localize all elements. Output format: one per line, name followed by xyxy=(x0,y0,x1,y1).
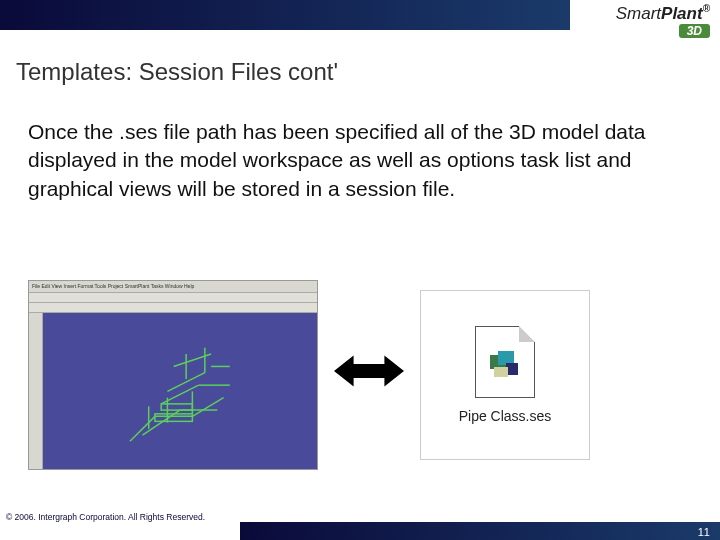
file-inner-graphic xyxy=(488,349,524,381)
svg-rect-16 xyxy=(161,403,192,409)
brand-logo: SmartPlant® 3D xyxy=(616,4,710,38)
header-accent-bar xyxy=(0,0,570,30)
file-fold-corner xyxy=(519,326,535,342)
session-file-label: Pipe Class.ses xyxy=(459,408,552,424)
brand-name-light: Smart xyxy=(616,4,661,23)
session-file-icon-box: Pipe Class.ses xyxy=(420,290,590,460)
thumb-3d-model xyxy=(84,329,276,454)
brand-name-bold: Plant xyxy=(661,4,703,23)
copyright-text: © 2006. Intergraph Corporation. All Righ… xyxy=(6,512,205,522)
thumb-toolbar xyxy=(29,293,317,303)
thumb-body xyxy=(29,313,317,469)
illustration-row: File Edit View Insert Format Tools Proje… xyxy=(28,280,590,470)
thumb-menubar: File Edit View Insert Format Tools Proje… xyxy=(29,281,317,293)
footer-accent-bar xyxy=(240,522,720,540)
thumb-sidebar xyxy=(29,313,43,469)
slide-header: SmartPlant® 3D xyxy=(0,0,720,48)
slide-footer: © 2006. Intergraph Corporation. All Righ… xyxy=(0,516,720,540)
brand-reg-mark: ® xyxy=(703,3,710,14)
slide-body-text: Once the .ses file path has been specifi… xyxy=(28,118,690,203)
svg-line-2 xyxy=(192,397,223,416)
session-file-icon xyxy=(475,326,535,398)
app-screenshot-thumbnail: File Edit View Insert Format Tools Proje… xyxy=(28,280,318,470)
svg-marker-17 xyxy=(334,356,404,387)
brand-sub: 3D xyxy=(679,24,710,38)
thumb-3d-viewport xyxy=(43,313,317,469)
svg-rect-19 xyxy=(498,351,514,365)
brand-name: SmartPlant® xyxy=(616,4,710,23)
page-number: 11 xyxy=(698,526,710,538)
thumb-toolbar-secondary xyxy=(29,303,317,313)
svg-rect-21 xyxy=(494,367,508,377)
double-arrow-icon xyxy=(334,350,404,400)
slide-title: Templates: Session Files cont' xyxy=(16,58,338,86)
file-page-icon xyxy=(475,326,535,398)
